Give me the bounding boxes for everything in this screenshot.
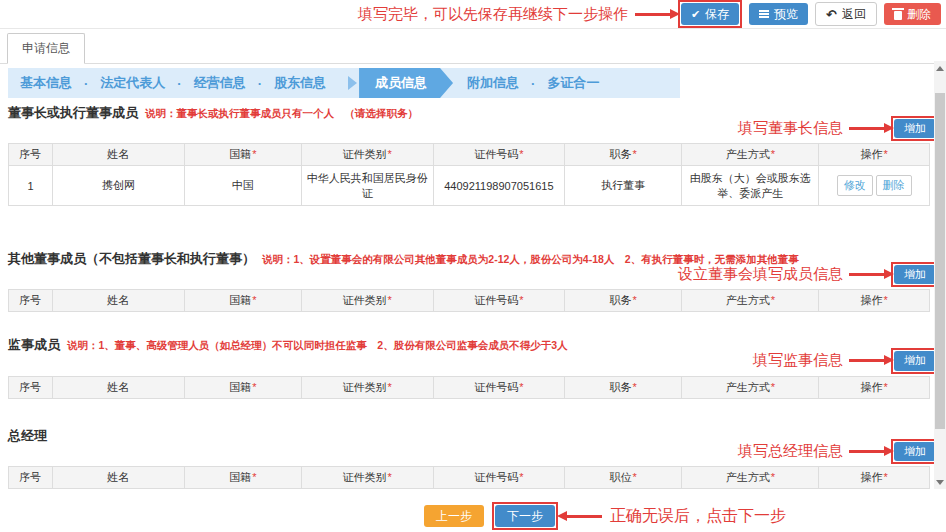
col-id-number: 证件号码* — [433, 290, 565, 312]
col-seq: 序号 — [9, 144, 53, 166]
step-multi-cert[interactable]: 多证合一 — [535, 74, 611, 92]
delete-row-button[interactable]: 删除 — [876, 175, 912, 196]
col-method: 产生方式* — [682, 376, 819, 398]
delete-button[interactable]: 删除 — [884, 3, 941, 25]
col-actions: 操作* — [819, 290, 930, 312]
annotation-arrow-right-icon — [849, 273, 885, 276]
add-director-button[interactable]: 增加 — [894, 265, 936, 284]
scrollbar-thumb[interactable] — [935, 93, 945, 429]
col-nationality: 国籍* — [184, 290, 301, 312]
col-nationality: 国籍* — [184, 376, 301, 398]
cell-position: 执行董事 — [565, 166, 682, 206]
step-basic-info[interactable]: 基本信息 — [8, 74, 84, 92]
back-button-label: 返回 — [842, 7, 866, 21]
list-lines-icon — [759, 13, 769, 15]
other-directors-table: 序号 姓名 国籍* 证件类别* 证件号码* 职务* 产生方式* 操作* — [8, 289, 930, 312]
annotation-arrow-right-icon — [849, 450, 885, 453]
steps-nav: 基本信息 · 法定代表人 · 经营信息 · 股东信息 成员信息 附加信息 · 多… — [8, 68, 680, 98]
table-header-row: 序号 姓名 国籍* 证件类别* 证件号码* 职务* 产生方式* 操作* — [9, 290, 930, 312]
col-nationality: 国籍* — [184, 144, 301, 166]
scrollbar-up-icon[interactable] — [934, 61, 946, 75]
section-supervisors: 监事成员 说明：1、董事、高级管理人员（如总经理）不可以同时担任监事 2、股份有… — [8, 336, 930, 398]
edit-row-button[interactable]: 修改 — [837, 175, 873, 196]
step-additional-info[interactable]: 附加信息 — [455, 74, 531, 92]
add-annotation-text: 设立董事会填写成员信息 — [678, 265, 843, 284]
section-title: 其他董事成员（不包括董事长和执行董事） — [8, 250, 255, 268]
add-button-highlight-box: 增加 — [891, 116, 939, 141]
add-annotation-text: 填写总经理信息 — [738, 442, 843, 461]
section-chairman: 董事长或执行董事成员 说明：董事长或执行董事成员只有一个人 （请选择职务） 填写… — [8, 104, 930, 206]
next-button-highlight-box: 下一步 — [492, 502, 558, 530]
col-method: 产生方式* — [682, 290, 819, 312]
col-id-number: 证件号码* — [433, 376, 565, 398]
general-manager-table: 序号 姓名 国籍* 证件类别* 证件号码* 职位* 产生方式* 操作* — [8, 466, 930, 489]
back-button[interactable]: ↶ 返回 — [815, 2, 877, 26]
section-title: 监事成员 — [8, 336, 60, 354]
section-title: 总经理 — [8, 427, 47, 445]
add-general-manager-button[interactable]: 增加 — [894, 442, 936, 461]
cell-id-number: 440921198907051615 — [433, 166, 565, 206]
footer: 上一步 下一步 正确无误后，点击下一步 — [424, 502, 786, 530]
col-id-type: 证件类别* — [301, 144, 433, 166]
col-position: 职位* — [565, 466, 682, 488]
check-icon: ✔ — [691, 9, 700, 20]
add-annotation-text: 填写董事长信息 — [738, 119, 843, 138]
col-seq: 序号 — [9, 376, 53, 398]
col-id-type: 证件类别* — [301, 290, 433, 312]
tab-bar: 申请信息 — [0, 29, 946, 64]
col-id-type: 证件类别* — [301, 376, 433, 398]
col-id-number: 证件号码* — [433, 466, 565, 488]
trash-icon — [894, 11, 902, 20]
scrollbar-down-icon[interactable] — [934, 475, 946, 489]
add-button-highlight-box: 增加 — [891, 262, 939, 287]
section-general-manager: 总经理 填写总经理信息 增加 序号 姓名 国籍* 证件类别* 证件号码* 职位*… — [8, 427, 930, 489]
annotation-arrow-right-icon — [849, 127, 885, 130]
step-chevron-icon — [348, 76, 357, 90]
section-note: 说明：1、董事、高级管理人员（如总经理）不可以同时担任监事 2、股份有限公司监事… — [67, 339, 568, 353]
step-legal-representative[interactable]: 法定代表人 — [88, 74, 177, 92]
col-name: 姓名 — [53, 144, 185, 166]
content-area: 基本信息 · 法定代表人 · 经营信息 · 股东信息 成员信息 附加信息 · 多… — [0, 68, 946, 489]
add-chairman-button[interactable]: 增加 — [894, 119, 936, 138]
step-member-info-active[interactable]: 成员信息 — [359, 68, 453, 98]
tab-application-info[interactable]: 申请信息 — [7, 33, 85, 64]
step-shareholder-info[interactable]: 股东信息 — [262, 74, 338, 92]
col-position: 职务* — [565, 290, 682, 312]
next-step-button[interactable]: 下一步 — [495, 505, 555, 527]
table-header-row: 序号 姓名 国籍* 证件类别* 证件号码* 职务* 产生方式* 操作* — [9, 376, 930, 398]
prev-step-button[interactable]: 上一步 — [424, 505, 484, 527]
add-annotation-text: 填写监事信息 — [753, 351, 843, 370]
col-seq: 序号 — [9, 466, 53, 488]
annotation-arrow-left-icon — [566, 515, 602, 518]
annotation-arrow-right-icon — [635, 13, 671, 16]
vertical-scrollbar[interactable] — [934, 61, 946, 489]
add-button-highlight-box: 增加 — [891, 348, 939, 373]
table-row: 1 携创网 中国 中华人民共和国居民身份证 440921198907051615… — [9, 166, 930, 206]
cell-method: 由股东（大）会或股东选举、委派产生 — [682, 166, 819, 206]
col-name: 姓名 — [53, 466, 185, 488]
chairman-table: 序号 姓名 国籍* 证件类别* 证件号码* 职务* 产生方式* 操作* 1 携创… — [8, 143, 930, 206]
cell-nationality: 中国 — [184, 166, 301, 206]
save-button[interactable]: ✔ 保存 — [681, 3, 739, 25]
col-position: 职务* — [565, 376, 682, 398]
add-supervisor-button[interactable]: 增加 — [894, 351, 936, 370]
cell-seq: 1 — [9, 166, 53, 206]
add-button-highlight-box: 增加 — [891, 439, 939, 464]
col-method: 产生方式* — [682, 144, 819, 166]
delete-button-label: 删除 — [907, 7, 931, 21]
col-id-number: 证件号码* — [433, 144, 565, 166]
preview-button[interactable]: 预览 — [749, 3, 808, 25]
col-position: 职务* — [565, 144, 682, 166]
col-method: 产生方式* — [682, 466, 819, 488]
section-other-directors: 其他董事成员（不包括董事长和执行董事） 说明：1、设置董事会的有限公司其他董事成… — [8, 250, 930, 312]
col-nationality: 国籍* — [184, 466, 301, 488]
col-id-type: 证件类别* — [301, 466, 433, 488]
annotation-arrow-right-icon — [849, 359, 885, 362]
table-header-row: 序号 姓名 国籍* 证件类别* 证件号码* 职务* 产生方式* 操作* — [9, 144, 930, 166]
col-actions: 操作* — [819, 466, 930, 488]
save-annotation-text: 填写完毕，可以先保存再继续下一步操作 — [358, 5, 628, 24]
supervisors-table: 序号 姓名 国籍* 证件类别* 证件号码* 职务* 产生方式* 操作* — [8, 376, 930, 399]
save-button-highlight-box: ✔ 保存 — [678, 0, 742, 28]
step-business-info[interactable]: 经营信息 — [182, 74, 258, 92]
section-title: 董事长或执行董事成员 — [8, 104, 138, 122]
